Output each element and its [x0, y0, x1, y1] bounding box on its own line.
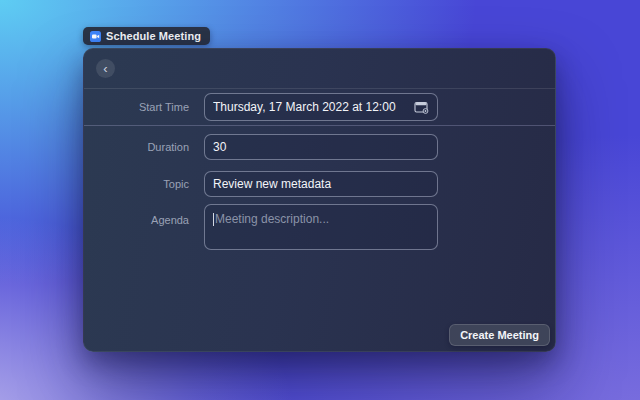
start-time-row: Start Time — [84, 93, 555, 121]
window-titlebar: ‹ — [84, 49, 555, 89]
agenda-textarea[interactable] — [205, 205, 437, 249]
agenda-field[interactable] — [204, 204, 438, 250]
calendar-icon[interactable] — [414, 101, 429, 114]
agenda-label: Agenda — [84, 204, 189, 226]
topic-label: Topic — [84, 178, 189, 190]
tooltip-label: Schedule Meeting — [106, 30, 201, 42]
duration-input[interactable] — [213, 140, 429, 154]
start-time-label: Start Time — [84, 101, 189, 113]
start-time-field[interactable] — [204, 93, 438, 121]
desktop-background: Schedule Meeting ‹ Start Time — [0, 0, 640, 400]
start-time-input[interactable] — [213, 100, 408, 114]
topic-field[interactable] — [204, 171, 438, 197]
topic-row: Topic — [84, 171, 555, 197]
section-divider — [84, 125, 555, 126]
video-camera-icon — [90, 31, 101, 42]
duration-row: Duration — [84, 134, 555, 160]
schedule-meeting-tooltip: Schedule Meeting — [83, 27, 210, 45]
text-caret — [213, 213, 214, 226]
duration-label: Duration — [84, 141, 189, 153]
agenda-row: Agenda — [84, 204, 555, 250]
duration-field[interactable] — [204, 134, 438, 160]
create-meeting-button[interactable]: Create Meeting — [449, 324, 550, 346]
chevron-left-icon: ‹ — [103, 61, 107, 76]
topic-input[interactable] — [213, 177, 429, 191]
back-button[interactable]: ‹ — [96, 59, 115, 78]
schedule-meeting-window: ‹ Start Time Duration — [83, 48, 556, 352]
